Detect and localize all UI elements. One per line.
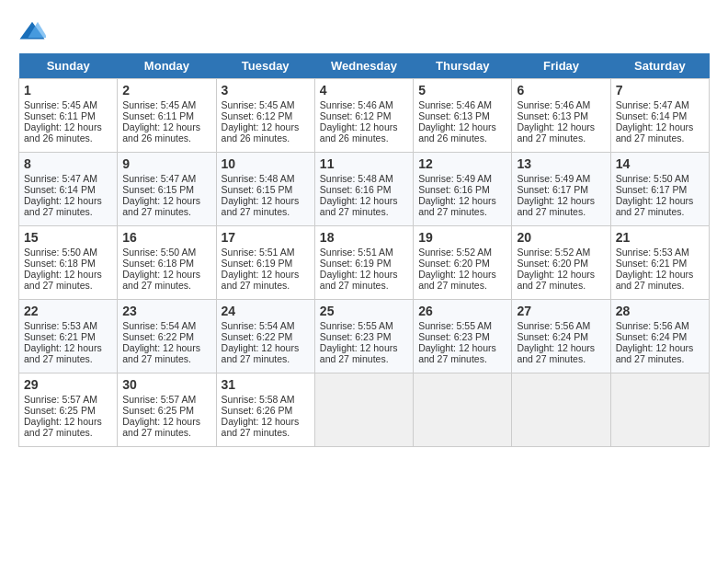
calendar-cell	[414, 373, 512, 447]
calendar-cell: 18Sunrise: 5:51 AMSunset: 6:19 PMDayligh…	[314, 226, 413, 300]
weekday-header-tuesday: Tuesday	[216, 53, 314, 79]
daylight-minutes: and 27 minutes.	[122, 427, 191, 438]
weekday-header-sunday: Sunday	[19, 53, 118, 79]
calendar-week-row: 22Sunrise: 5:53 AMSunset: 6:21 PMDayligh…	[19, 300, 710, 373]
day-number: 7	[616, 83, 704, 98]
daylight-minutes: and 27 minutes.	[222, 280, 290, 291]
daylight-text: Daylight: 12 hours	[122, 121, 200, 132]
calendar-cell: 22Sunrise: 5:53 AMSunset: 6:21 PMDayligh…	[19, 300, 118, 373]
calendar-cell: 2Sunrise: 5:45 AMSunset: 6:11 PMDaylight…	[118, 79, 216, 153]
logo	[18, 18, 50, 46]
daylight-text: Daylight: 12 hours	[24, 416, 102, 427]
weekday-header-wednesday: Wednesday	[314, 53, 413, 79]
sunset-text: Sunset: 6:19 PM	[320, 258, 392, 269]
calendar-cell: 29Sunrise: 5:57 AMSunset: 6:25 PMDayligh…	[19, 373, 118, 447]
day-number: 30	[122, 377, 210, 392]
sunrise-text: Sunrise: 5:55 AM	[320, 320, 393, 331]
daylight-minutes: and 27 minutes.	[122, 353, 191, 364]
weekday-header-monday: Monday	[118, 53, 216, 79]
day-number: 8	[24, 156, 112, 171]
day-number: 5	[418, 83, 506, 98]
day-number: 14	[616, 156, 704, 171]
day-number: 11	[320, 156, 408, 171]
sunrise-text: Sunrise: 5:52 AM	[517, 247, 590, 258]
calendar-cell: 30Sunrise: 5:57 AMSunset: 6:25 PMDayligh…	[118, 373, 216, 447]
daylight-minutes: and 27 minutes.	[616, 132, 685, 144]
daylight-text: Daylight: 12 hours	[222, 121, 300, 132]
calendar-cell: 11Sunrise: 5:48 AMSunset: 6:16 PMDayligh…	[314, 153, 413, 226]
sunrise-text: Sunrise: 5:53 AM	[616, 247, 689, 258]
sunrise-text: Sunrise: 5:46 AM	[320, 99, 393, 110]
calendar-cell: 26Sunrise: 5:55 AMSunset: 6:23 PMDayligh…	[414, 300, 512, 373]
daylight-minutes: and 27 minutes.	[616, 206, 685, 217]
day-number: 2	[122, 83, 210, 98]
calendar-cell: 28Sunrise: 5:56 AMSunset: 6:24 PMDayligh…	[610, 300, 709, 373]
day-number: 6	[517, 83, 605, 98]
sunrise-text: Sunrise: 5:51 AM	[320, 247, 393, 258]
sunrise-text: Sunrise: 5:45 AM	[122, 99, 196, 110]
sunrise-text: Sunrise: 5:57 AM	[122, 394, 196, 405]
sunrise-text: Sunrise: 5:47 AM	[616, 99, 689, 110]
daylight-minutes: and 27 minutes.	[222, 206, 290, 217]
daylight-text: Daylight: 12 hours	[517, 195, 595, 206]
day-number: 16	[122, 230, 210, 245]
calendar-cell: 7Sunrise: 5:47 AMSunset: 6:14 PMDaylight…	[610, 79, 709, 153]
sunset-text: Sunset: 6:25 PM	[122, 405, 194, 416]
sunset-text: Sunset: 6:24 PM	[616, 331, 688, 342]
sunrise-text: Sunrise: 5:58 AM	[222, 394, 295, 405]
daylight-text: Daylight: 12 hours	[517, 269, 595, 280]
daylight-text: Daylight: 12 hours	[122, 342, 200, 353]
day-number: 23	[122, 304, 210, 318]
day-number: 26	[418, 304, 506, 318]
daylight-text: Daylight: 12 hours	[320, 269, 398, 280]
daylight-text: Daylight: 12 hours	[320, 195, 398, 206]
calendar-week-row: 1Sunrise: 5:45 AMSunset: 6:11 PMDaylight…	[19, 79, 710, 153]
daylight-text: Daylight: 12 hours	[24, 269, 102, 280]
sunrise-text: Sunrise: 5:54 AM	[122, 320, 196, 331]
daylight-minutes: and 27 minutes.	[24, 353, 93, 364]
day-number: 22	[24, 304, 112, 318]
calendar-cell: 20Sunrise: 5:52 AMSunset: 6:20 PMDayligh…	[512, 226, 610, 300]
calendar-cell: 21Sunrise: 5:53 AMSunset: 6:21 PMDayligh…	[610, 226, 709, 300]
sunrise-text: Sunrise: 5:54 AM	[222, 320, 295, 331]
calendar-cell: 12Sunrise: 5:49 AMSunset: 6:16 PMDayligh…	[414, 153, 512, 226]
weekday-header-friday: Friday	[512, 53, 610, 79]
daylight-text: Daylight: 12 hours	[517, 342, 595, 353]
weekday-header-thursday: Thursday	[414, 53, 512, 79]
sunrise-text: Sunrise: 5:48 AM	[222, 173, 295, 184]
sunset-text: Sunset: 6:23 PM	[418, 331, 490, 342]
sunrise-text: Sunrise: 5:49 AM	[418, 173, 492, 184]
sunrise-text: Sunrise: 5:46 AM	[418, 99, 492, 110]
day-number: 19	[418, 230, 506, 245]
daylight-minutes: and 27 minutes.	[320, 280, 389, 291]
sunset-text: Sunset: 6:11 PM	[122, 110, 194, 121]
day-number: 4	[320, 83, 408, 98]
calendar-cell: 19Sunrise: 5:52 AMSunset: 6:20 PMDayligh…	[414, 226, 512, 300]
sunset-text: Sunset: 6:16 PM	[418, 184, 490, 195]
sunset-text: Sunset: 6:22 PM	[122, 331, 194, 342]
sunrise-text: Sunrise: 5:49 AM	[517, 173, 590, 184]
daylight-minutes: and 27 minutes.	[517, 353, 586, 364]
sunset-text: Sunset: 6:23 PM	[320, 331, 392, 342]
day-number: 28	[616, 304, 704, 318]
daylight-text: Daylight: 12 hours	[320, 121, 398, 132]
daylight-text: Daylight: 12 hours	[616, 342, 694, 353]
calendar-cell: 27Sunrise: 5:56 AMSunset: 6:24 PMDayligh…	[512, 300, 610, 373]
sunset-text: Sunset: 6:14 PM	[616, 110, 688, 121]
calendar-cell: 15Sunrise: 5:50 AMSunset: 6:18 PMDayligh…	[19, 226, 118, 300]
sunset-text: Sunset: 6:19 PM	[222, 258, 293, 269]
sunrise-text: Sunrise: 5:50 AM	[616, 173, 689, 184]
calendar-cell: 16Sunrise: 5:50 AMSunset: 6:18 PMDayligh…	[118, 226, 216, 300]
daylight-minutes: and 26 minutes.	[418, 132, 487, 144]
daylight-text: Daylight: 12 hours	[24, 342, 102, 353]
sunrise-text: Sunrise: 5:47 AM	[122, 173, 196, 184]
sunset-text: Sunset: 6:13 PM	[517, 110, 588, 121]
daylight-text: Daylight: 12 hours	[418, 195, 496, 206]
sunset-text: Sunset: 6:20 PM	[517, 258, 588, 269]
daylight-minutes: and 26 minutes.	[320, 132, 389, 144]
day-number: 3	[222, 83, 310, 98]
logo-icon	[18, 18, 46, 46]
daylight-minutes: and 27 minutes.	[418, 353, 487, 364]
daylight-text: Daylight: 12 hours	[24, 195, 102, 206]
calendar-cell: 9Sunrise: 5:47 AMSunset: 6:15 PMDaylight…	[118, 153, 216, 226]
